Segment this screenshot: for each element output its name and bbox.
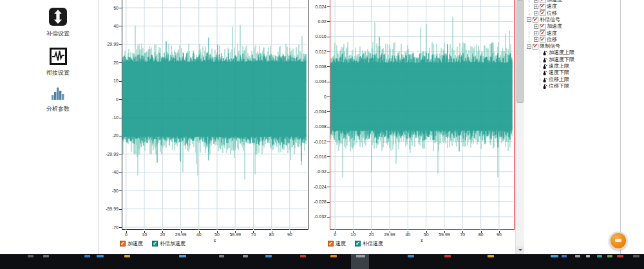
tree-item-label: 速度 [547,3,557,10]
taskbar-app-icon[interactable] [243,255,248,257]
taskbar-app-icon[interactable] [551,255,558,257]
expand-plus-icon[interactable]: + [534,0,538,3]
tree-item-label: 加速度 [547,23,562,30]
legend-label: 速度 [336,240,346,247]
signal-generator-icon [542,63,547,70]
taskbar-app-icon[interactable] [575,255,580,257]
taskbar-app-icon[interactable] [97,255,104,257]
tree-checkbox-checked-icon[interactable]: ✓ [540,24,545,30]
taskbar-app-icon[interactable] [28,255,33,257]
legend-checkbox-icon[interactable]: ✓ [120,241,126,246]
expand-plus-icon[interactable]: + [534,5,538,9]
tree-item-加速度[interactable]: +✓加速度 [534,23,562,30]
y-tick-label: 29.99 [93,41,118,47]
y-tick-label: 0.012 [301,49,327,55]
tree-item-速度[interactable]: +✓速度 [534,30,557,37]
x-tick-label: 59.99 [435,232,453,237]
tree-item-加速度下限[interactable]: 加速度下限 [542,57,574,63]
y-tick-label: -0.008 [301,124,327,129]
tree-item-label: 位移 [547,10,557,17]
taskbar-app-icon[interactable] [607,255,612,257]
taskbar-app-icon[interactable] [562,255,567,257]
y-tick-mark [119,118,122,118]
tree-item-label: 限制信号 [540,43,560,50]
tree-checkbox-checked-icon[interactable]: ✓ [540,37,545,42]
tree-item-速度上限[interactable]: 速度上限 [542,63,569,70]
tree-item-速度下限[interactable]: 速度下限 [542,70,569,76]
tree-item-label: 加速度上限 [549,50,574,56]
taskbar-app-icon[interactable] [84,255,90,257]
scrollbar-thumb[interactable] [516,0,524,103]
legend-item: ✓补偿加速度 [152,240,185,247]
expand-plus-icon[interactable]: + [534,11,538,15]
taskbar-app-icon[interactable] [219,255,224,257]
taskbar-app-icon[interactable] [597,255,602,257]
taskbar-app-icon[interactable] [408,255,414,257]
expand-plus-icon[interactable]: + [534,24,538,29]
taskbar-app-icon[interactable] [488,255,494,257]
legend-checkbox-icon[interactable]: ✓ [328,241,334,246]
x-tick-label: 90 [281,232,299,237]
velocity-chart-plot[interactable] [330,0,515,230]
collapse-minus-icon[interactable]: − [527,44,531,49]
taskbar-app-icon[interactable] [300,255,306,257]
x-tick-mark [499,231,500,233]
y-tick-label: -0.024 [301,184,327,190]
y-tick-mark [327,51,330,52]
windows-taskbar[interactable] [0,254,644,269]
x-tick-mark [253,231,254,233]
y-tick-mark [119,81,122,82]
tree-checkbox-checked-icon[interactable]: ✓ [540,30,545,36]
velocity-noise-signal [330,0,513,230]
tree-item-label: 位移上限 [549,77,569,83]
taskbar-app-icon[interactable] [356,255,365,257]
x-tick-label: 59.99 [226,232,244,237]
tree-item-速度[interactable]: +✓速度 [534,3,557,10]
collapse-minus-icon[interactable]: − [527,17,531,22]
tree-item-位移下限[interactable]: 位移下限 [542,83,569,89]
tree-item-label: 加速度下限 [549,57,574,63]
taskbar-app-icon[interactable] [179,255,186,257]
tree-item-label: 加速度 [547,0,562,3]
scrollbar-down-arrow-icon[interactable] [516,246,524,254]
x-tick-mark [444,231,445,233]
x-tick-label: 70 [244,232,262,237]
taskbar-app-icon[interactable] [124,255,130,257]
tree-item-label: 位移 [547,37,557,43]
y-tick-label: 0.016 [301,33,327,39]
legend-checkbox-icon[interactable]: ✓ [152,241,158,246]
taskbar-app-icon[interactable] [617,255,623,257]
x-tick-mark [390,231,390,233]
tree-item-限制信号[interactable]: −✓限制信号 [527,43,560,50]
y-tick-mark [327,127,330,127]
taskbar-app-icon[interactable] [444,255,451,257]
expand-plus-icon[interactable]: + [534,31,538,35]
vertical-scrollbar[interactable] [515,0,524,254]
floating-ball-button[interactable] [609,232,627,250]
signal-generator-icon [542,50,547,56]
taskbar-app-icon[interactable] [43,255,49,257]
taskbar-app-icon[interactable] [265,255,272,257]
tree-checkbox-checked-icon[interactable]: ✓ [540,10,545,16]
y-tick-mark [119,154,122,154]
x-axis-unit-label: s [415,238,428,243]
acceleration-noise-signal [122,0,307,230]
tree-item-加速度上限[interactable]: 加速度上限 [542,50,574,56]
tree-checkbox-checked-icon[interactable]: ✓ [540,4,545,10]
tree-item-加速度[interactable]: +✓加速度 [534,0,562,3]
x-tick-mark [462,231,463,233]
taskbar-app-icon[interactable] [586,255,590,257]
y-tick-label: 40 [93,23,118,29]
y-tick-mark [119,227,122,228]
taskbar-app-icon[interactable] [633,255,639,257]
taskbar-app-icon[interactable] [330,255,337,257]
legend-checkbox-icon[interactable]: ✓ [355,241,361,246]
signal-analysis-app: 补偿设置 衔接设置 分析参数 [0,0,644,269]
tree-item-label: 速度下限 [549,70,569,76]
acceleration-chart-plot[interactable] [122,0,308,230]
tree-checkbox-checked-icon[interactable]: ✓ [533,17,538,23]
y-tick-label: 50 [93,5,118,11]
tree-checkbox-checked-icon[interactable]: ✓ [533,44,538,50]
tree-item-位移上限[interactable]: 位移上限 [542,77,569,83]
expand-plus-icon[interactable]: + [534,37,538,42]
